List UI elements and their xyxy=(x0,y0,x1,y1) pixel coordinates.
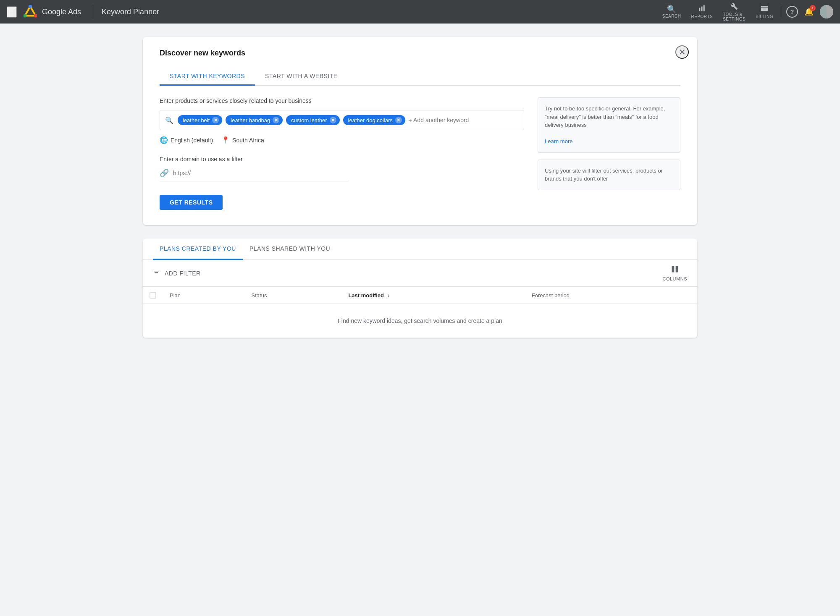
help-button[interactable]: ? xyxy=(785,4,800,19)
domain-section: Enter a domain to use as a filter 🔗 xyxy=(160,156,524,181)
tab-plans-shared[interactable]: PLANS SHARED WITH YOU xyxy=(243,239,337,260)
plan-col-header: Plan xyxy=(163,287,245,304)
top-navigation: ← Google Ads Keyword Planner 🔍 SEARCH RE… xyxy=(0,0,840,24)
chip-text: leather belt xyxy=(183,117,210,123)
keywords-hint-box: Try not to be too specific or general. F… xyxy=(538,97,680,153)
chip-close-custom-leather[interactable]: ✕ xyxy=(330,117,336,123)
tools-nav-label: TOOLS &SETTINGS xyxy=(723,12,746,21)
discover-tabs: START WITH KEYWORDS START WITH A WEBSITE xyxy=(160,68,680,86)
get-results-button[interactable]: GET RESULTS xyxy=(160,195,223,210)
notification-badge: 1 xyxy=(810,5,816,11)
domain-input-row: 🔗 xyxy=(160,168,349,181)
reports-nav-btn[interactable]: REPORTS xyxy=(687,2,717,21)
sort-arrow-icon: ↓ xyxy=(387,293,390,299)
location-selector[interactable]: 📍 South Africa xyxy=(221,136,264,144)
discover-right-col: Try not to be too specific or general. F… xyxy=(538,97,680,210)
filter-icon xyxy=(153,269,160,278)
billing-nav-icon xyxy=(761,5,768,13)
billing-nav-label: BILLING xyxy=(756,14,773,19)
select-all-checkbox[interactable] xyxy=(150,292,156,299)
domain-label: Enter a domain to use as a filter xyxy=(160,156,524,163)
nav-separator xyxy=(781,5,781,18)
notification-button[interactable]: 🔔 1 xyxy=(801,4,816,19)
search-nav-btn[interactable]: 🔍 SEARCH xyxy=(658,3,685,21)
filter-row: ADD FILTER COLUMNS xyxy=(143,260,697,287)
status-col-header: Status xyxy=(245,287,342,304)
empty-state-row: Find new keyword ideas, get search volum… xyxy=(143,304,697,338)
globe-icon: 🌐 xyxy=(160,136,168,144)
columns-icon xyxy=(671,265,679,275)
chip-leather-dog-collars[interactable]: leather dog collars ✕ xyxy=(343,115,405,125)
forecast-period-col-header: Forecast period xyxy=(525,287,697,304)
products-label: Enter products or services closely relat… xyxy=(160,97,524,104)
tools-nav-btn[interactable]: TOOLS &SETTINGS xyxy=(719,0,750,24)
discover-card-title: Discover new keywords xyxy=(160,49,680,58)
topnav-right-actions: 🔍 SEARCH REPORTS TOOLS &SETTINGS BILLING… xyxy=(658,0,833,24)
page-title: Keyword Planner xyxy=(102,8,159,16)
chip-leather-handbag[interactable]: leather handbag ✕ xyxy=(226,115,283,125)
discover-card: Discover new keywords ✕ START WITH KEYWO… xyxy=(143,37,697,225)
nav-divider xyxy=(93,6,93,18)
reports-nav-label: REPORTS xyxy=(691,14,713,19)
select-all-col xyxy=(143,287,163,304)
svg-rect-7 xyxy=(761,6,768,11)
empty-state-message: Find new keyword ideas, get search volum… xyxy=(143,304,697,338)
plans-table: Plan Status Last modified ↓ Forecast per… xyxy=(143,287,697,338)
help-icon: ? xyxy=(786,6,798,18)
tab-plans-created[interactable]: PLANS CREATED BY YOU xyxy=(153,239,243,260)
chip-custom-leather[interactable]: custom leather ✕ xyxy=(286,115,339,125)
close-button[interactable]: ✕ xyxy=(675,45,689,59)
discover-left-col: Enter products or services closely relat… xyxy=(160,97,524,210)
domain-hint-box: Using your site will filter out services… xyxy=(538,160,680,190)
billing-nav-btn[interactable]: BILLING xyxy=(751,2,777,21)
reports-nav-icon xyxy=(698,5,706,13)
hint-text: Try not to be too specific or general. F… xyxy=(545,105,665,128)
tab-keywords[interactable]: START WITH KEYWORDS xyxy=(160,68,255,86)
plans-card: PLANS CREATED BY YOU PLANS SHARED WITH Y… xyxy=(143,239,697,338)
svg-rect-10 xyxy=(820,5,827,18)
plans-tabs: PLANS CREATED BY YOU PLANS SHARED WITH Y… xyxy=(143,239,697,260)
account-avatar[interactable] xyxy=(820,5,833,18)
svg-rect-6 xyxy=(704,5,705,11)
chip-text: leather handbag xyxy=(231,117,270,123)
chip-leather-belt[interactable]: leather belt ✕ xyxy=(178,115,222,125)
discover-two-col: Enter products or services closely relat… xyxy=(160,97,680,210)
last-modified-col-header[interactable]: Last modified ↓ xyxy=(341,287,525,304)
tab-website[interactable]: START WITH A WEBSITE xyxy=(255,68,348,86)
table-header-row: Plan Status Last modified ↓ Forecast per… xyxy=(143,287,697,304)
columns-label: COLUMNS xyxy=(662,276,687,281)
language-selector[interactable]: 🌐 English (default) xyxy=(160,136,213,144)
tools-nav-icon xyxy=(730,3,738,11)
app-name: Google Ads xyxy=(42,8,81,16)
domain-hint-text: Using your site will filter out services… xyxy=(545,168,663,182)
google-ads-logo xyxy=(24,5,37,18)
search-nav-label: SEARCH xyxy=(662,14,681,18)
filter-label[interactable]: ADD FILTER xyxy=(165,270,201,277)
location-value: South Africa xyxy=(232,137,264,144)
main-content: Discover new keywords ✕ START WITH KEYWO… xyxy=(126,24,714,351)
back-button[interactable]: ← xyxy=(7,6,17,18)
domain-input[interactable] xyxy=(173,170,349,176)
search-icon: 🔍 xyxy=(165,116,173,124)
svg-rect-4 xyxy=(699,8,701,11)
chip-close-leather-belt[interactable]: ✕ xyxy=(212,117,219,123)
pin-icon: 📍 xyxy=(221,136,230,144)
chip-text: leather dog collars xyxy=(348,117,393,123)
plans-table-body: Find new keyword ideas, get search volum… xyxy=(143,304,697,338)
svg-rect-5 xyxy=(701,7,703,11)
chip-close-leather-dog-collars[interactable]: ✕ xyxy=(395,117,402,123)
chip-close-leather-handbag[interactable]: ✕ xyxy=(273,117,279,123)
columns-button[interactable]: COLUMNS xyxy=(662,265,687,281)
lang-loc-row: 🌐 English (default) 📍 South Africa xyxy=(160,136,524,144)
link-icon: 🔗 xyxy=(160,168,169,178)
search-nav-icon: 🔍 xyxy=(667,5,676,13)
keywords-input-area[interactable]: 🔍 leather belt ✕ leather handbag ✕ custo… xyxy=(160,110,524,130)
learn-more-link[interactable]: Learn more xyxy=(545,138,572,144)
plans-table-head: Plan Status Last modified ↓ Forecast per… xyxy=(143,287,697,304)
chip-text: custom leather xyxy=(291,117,327,123)
add-keyword-input[interactable] xyxy=(409,117,519,123)
language-value: English (default) xyxy=(171,137,213,144)
